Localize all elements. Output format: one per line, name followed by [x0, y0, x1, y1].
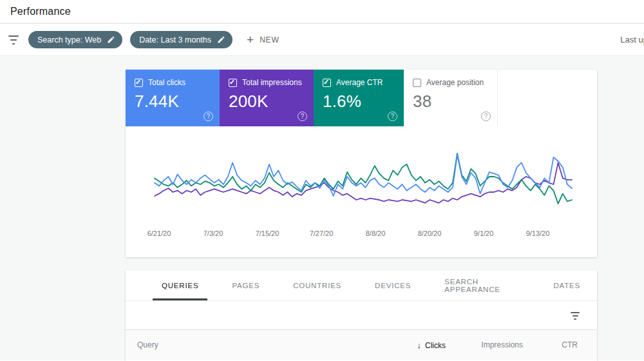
tab-pages[interactable]: PAGES — [215, 270, 276, 300]
column-label: Clicks — [425, 341, 446, 350]
page-title: Performance — [10, 6, 71, 17]
column-header-impressions[interactable]: Impressions — [446, 340, 523, 349]
search-type-chip[interactable]: Search type: Web — [28, 31, 122, 48]
tab-devices[interactable]: DEVICES — [358, 270, 428, 300]
column-header-clicks[interactable]: ↓Clicks — [362, 340, 446, 350]
average-ctr-checkbox[interactable] — [323, 79, 331, 87]
queries-table-card: QUERIESPAGESCOUNTRIESDEVICESSEARCH APPEA… — [126, 270, 597, 361]
new-filter-label: NEW — [260, 35, 279, 44]
tab-dates[interactable]: DATES — [537, 270, 598, 300]
column-header-ctr[interactable]: CTR — [523, 340, 578, 349]
tab-countries[interactable]: COUNTRIES — [276, 270, 358, 300]
help-icon[interactable]: ? — [388, 112, 397, 121]
x-tick-label: 8/8/20 — [366, 229, 386, 237]
average-position-value: 38 — [413, 92, 489, 112]
impressions-series-line — [155, 162, 572, 202]
help-icon[interactable]: ? — [481, 112, 491, 121]
dimension-tabs: QUERIESPAGESCOUNTRIESDEVICESSEARCH APPEA… — [126, 270, 597, 301]
average-ctr-value: 1.6% — [323, 92, 396, 112]
total-clicks-label: Total clicks — [148, 78, 185, 87]
column-header-query[interactable]: Query — [137, 340, 362, 349]
total-clicks-checkbox[interactable] — [135, 79, 143, 87]
x-tick-label: 7/15/20 — [256, 229, 279, 237]
average-ctr-label: Average CTR — [336, 78, 383, 87]
tab-queries[interactable]: QUERIES — [145, 270, 215, 300]
app-root: Performance Search type: Web Date: Last … — [0, 0, 644, 360]
new-filter-button[interactable]: + NEW — [247, 34, 279, 46]
filter-list-icon[interactable] — [8, 35, 19, 44]
column-label: CTR — [562, 340, 578, 349]
total-impressions-label: Total impressions — [242, 78, 302, 87]
edit-pencil-icon — [107, 35, 115, 44]
average-position-label: Average position — [426, 78, 484, 87]
metric-card-average-ctr[interactable]: Average CTR1.6%? — [314, 70, 404, 126]
chart-section: 6/21/207/3/207/15/207/27/208/8/208/20/20… — [126, 126, 597, 257]
last-updated-text: Last up — [620, 35, 644, 44]
filter-bar: Search type: Web Date: Last 3 months + N… — [0, 24, 644, 56]
performance-chart-card: Total clicks7.44K?Total impressions200K?… — [126, 70, 597, 257]
average-position-checkbox[interactable] — [413, 79, 421, 87]
table-filter-icon[interactable] — [570, 312, 580, 320]
search-type-chip-label: Search type: Web — [37, 35, 101, 44]
date-range-chip-label: Date: Last 3 months — [139, 35, 211, 44]
total-impressions-checkbox[interactable] — [229, 79, 237, 87]
column-label: Impressions — [481, 340, 523, 349]
chart-x-axis-labels: 6/21/207/3/207/15/207/27/208/8/208/20/20… — [126, 229, 597, 240]
x-tick-label: 9/13/20 — [526, 229, 550, 237]
metric-card-total-clicks[interactable]: Total clicks7.44K? — [126, 70, 220, 126]
total-impressions-value: 200K — [229, 92, 306, 112]
table-header-row: Query↓ClicksImpressionsCTR — [126, 330, 597, 360]
x-tick-label: 8/20/20 — [418, 229, 442, 237]
main-content: Total clicks7.44K?Total impressions200K?… — [0, 56, 644, 360]
total-clicks-value: 7.44K — [135, 92, 212, 112]
help-icon[interactable]: ? — [204, 112, 213, 121]
page-header: Performance — [0, 0, 644, 24]
x-tick-label: 7/3/20 — [204, 229, 223, 237]
metric-card-average-position[interactable]: Average position38? — [404, 70, 498, 126]
ctr-series-line — [155, 153, 572, 204]
x-tick-label: 6/21/20 — [147, 229, 171, 237]
metric-card-total-impressions[interactable]: Total impressions200K? — [220, 70, 314, 126]
x-tick-label: 7/27/20 — [310, 229, 334, 237]
edit-pencil-icon — [217, 35, 225, 44]
sort-desc-icon: ↓ — [417, 340, 422, 350]
column-label: Query — [137, 340, 158, 349]
x-tick-label: 9/1/20 — [474, 229, 494, 237]
plus-icon: + — [247, 34, 254, 46]
table-toolbar — [126, 301, 597, 330]
tab-search-appearance[interactable]: SEARCH APPEARANCE — [428, 270, 536, 300]
metric-summary-blocks: Total clicks7.44K?Total impressions200K?… — [126, 70, 597, 126]
date-range-chip[interactable]: Date: Last 3 months — [130, 31, 232, 48]
help-icon[interactable]: ? — [298, 112, 307, 121]
